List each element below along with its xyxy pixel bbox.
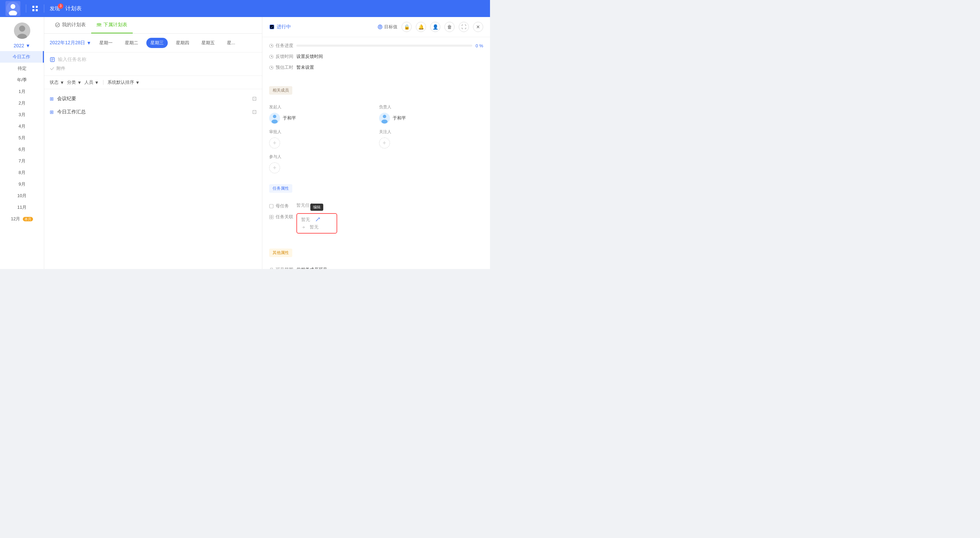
sidebar: 2022 ▼ 今日工作 待定 年/季 1月 2月 3月 4月 5月 6月 [0,17,44,269]
weekday-tue[interactable]: 星期二 [121,38,142,48]
task-list: ⊞ 会议纪要 ⊡ ⊞ 今日工作汇总 ⊡ [44,89,262,121]
sidebar-item-dec[interactable]: 12月 本月 [0,213,44,225]
weekday-more[interactable]: 星... [223,38,239,48]
sidebar-item-may[interactable]: 5月 [0,132,44,144]
add-follower-button[interactable]: + [379,137,390,148]
panel-members-section: 相关成员 发起人 于和平 负责人 [262,81,490,179]
panel-task-properties: 任务属性 母任务 暂无任务 任务关联 编辑 [262,179,490,243]
attachment-button[interactable]: 附件 [50,65,256,72]
svg-point-26 [383,115,386,118]
sidebar-item-year[interactable]: 年/季 [0,74,44,86]
chevron-down-icon: ▼ [60,80,64,85]
trash-icon[interactable]: 🗑 [444,22,455,32]
sidebar-item-jan[interactable]: 1月 [0,86,44,97]
sort-filter[interactable]: 系统默认排序 ▼ [108,79,140,85]
task-relation-box[interactable]: 暂无 暂无 [296,213,337,233]
initiator-avatar [269,113,280,124]
sidebar-item-jun[interactable]: 6月 [0,144,44,155]
target-value-button[interactable]: 目标值 [377,24,398,30]
initiator-name: 于和平 [283,115,296,121]
svg-point-27 [382,120,388,124]
apps-grid-icon[interactable] [32,5,38,12]
discover-nav[interactable]: 发现 3 [50,5,60,12]
sidebar-item-feb[interactable]: 2月 [0,97,44,109]
bell-icon[interactable]: 🔔 [416,22,426,32]
header-divider [26,5,26,13]
approver-label: 审批人 [269,129,374,135]
task-copy-icon[interactable]: ⊡ [252,95,256,102]
task-name-input[interactable]: 输入任务名称 [50,56,256,63]
sidebar-avatar [14,22,30,39]
sidebar-item-jul[interactable]: 7月 [0,155,44,167]
weekday-thu[interactable]: 星期四 [172,38,193,48]
category-filter[interactable]: 分类 ▼ [67,79,82,85]
chevron-down-icon: ▼ [86,40,91,46]
add-participant-button[interactable]: + [269,163,280,173]
follower-label: 关注人 [379,129,484,135]
page-title: 计划表 [65,5,82,12]
participant-label: 参与人 [269,154,374,160]
hours-value: 暂未设置 [296,64,483,70]
hours-row: 预估工时 暂未设置 [269,64,483,70]
assignee-label: 负责人 [379,104,484,110]
content-area: 我的计划表 下属计划表 2022年12月28日 ▼ 星期一 [44,17,262,269]
right-panel: 进行中 目标值 🔒 🔔 👤 🗑 ⛶ ✕ 任务进度 [262,17,490,269]
task-item[interactable]: ⊞ 今日工作汇总 ⊡ [44,105,262,118]
app-header: 发现 3 计划表 [0,0,490,17]
close-icon[interactable]: ✕ [473,22,483,32]
svg-rect-30 [272,215,273,217]
svg-rect-5 [32,9,34,11]
svg-point-23 [273,115,276,118]
progress-row: 任务进度 0 % [269,43,483,49]
add-approver-button[interactable]: + [269,137,280,148]
filter-bar: 状态 ▼ 分类 ▼ 人员 ▼ 系统默认排序 ▼ [44,76,262,89]
user-avatar[interactable] [5,1,21,16]
task-input-area: 输入任务名称 附件 [44,53,262,76]
assignee-avatar [379,113,390,124]
task-relation-label: 任务关联 [269,213,296,220]
tab-sub-plan[interactable]: 下属计划表 [91,17,133,34]
sidebar-item-oct[interactable]: 10月 [0,190,44,201]
chevron-down-icon: ▼ [95,80,99,85]
feedback-label: 反馈时间 [269,53,296,60]
sidebar-item-apr[interactable]: 4月 [0,121,44,132]
expand-icon[interactable]: ⛶ [459,22,469,32]
edit-tooltip: 编辑 [310,204,323,211]
initiator-label: 发起人 [269,104,374,110]
sidebar-item-today[interactable]: 今日工作 [0,51,44,63]
sidebar-item-pending[interactable]: 待定 [0,63,44,74]
assignee-col: 负责人 于和平 [379,104,484,124]
svg-rect-4 [36,6,38,8]
sidebar-item-mar[interactable]: 3月 [0,109,44,121]
lock-icon[interactable]: 🔒 [401,22,412,32]
task-copy-icon[interactable]: ⊡ [252,109,256,115]
weekday-mon[interactable]: 星期一 [95,38,117,48]
tab-my-plan[interactable]: 我的计划表 [50,17,91,34]
sidebar-item-sep[interactable]: 9月 [0,179,44,190]
feedback-row: 反馈时间 设置反馈时间 [269,53,483,60]
svg-rect-32 [272,217,273,219]
person-filter[interactable]: 人员 ▼ [84,79,99,85]
date-navigation: 2022年12月28日 ▼ 星期一 星期二 星期三 星期四 星期五 星... [44,34,262,53]
initiator-col: 发起人 于和平 [269,104,374,124]
initiator-member: 于和平 [269,113,374,124]
status-filter[interactable]: 状态 ▼ [50,79,64,85]
date-selector[interactable]: 2022年12月28日 ▼ [50,40,91,46]
feedback-value[interactable]: 设置反馈时间 [296,53,483,60]
task-item[interactable]: ⊞ 会议纪要 ⊡ [44,92,262,105]
svg-rect-31 [269,217,271,219]
sidebar-item-nov[interactable]: 11月 [0,201,44,213]
hours-label: 预估工时 [269,64,296,70]
weekday-wed[interactable]: 星期三 [146,38,168,48]
visibility-row: 可见范围 仅相关成员可见 [269,267,483,269]
parent-task-row: 母任务 暂无任务 [269,202,483,209]
visibility-value: 仅相关成员可见 [296,267,327,269]
sidebar-item-aug[interactable]: 8月 [0,167,44,179]
filter-divider [103,80,103,85]
follower-col: 关注人 + [379,129,484,148]
svg-point-1 [11,4,15,9]
weekday-fri[interactable]: 星期五 [197,38,219,48]
user-circle-icon[interactable]: 👤 [430,22,440,32]
chevron-down-icon: ▼ [135,80,140,85]
sidebar-year[interactable]: 2022 ▼ [14,43,30,48]
